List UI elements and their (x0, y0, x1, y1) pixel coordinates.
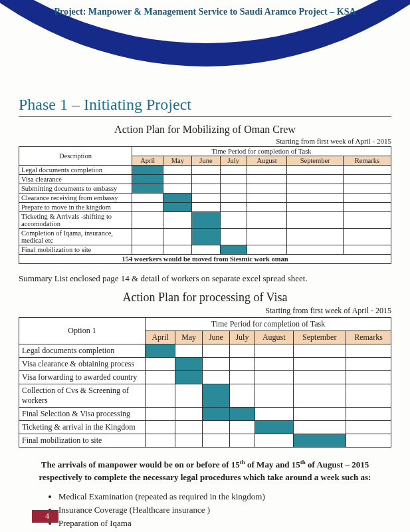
gantt-cell (247, 203, 287, 212)
month-header: Remarks (346, 331, 391, 344)
gantt-cell (220, 212, 247, 229)
gantt-cell (132, 212, 163, 229)
gantt-cell (287, 175, 343, 184)
month-header: May (175, 331, 203, 344)
gantt-cell (346, 421, 391, 434)
gantt-cell (229, 358, 255, 371)
month-header: June (192, 156, 221, 166)
gantt-cell (346, 358, 391, 371)
table-row: Legal documents completion (19, 166, 391, 175)
gantt-cell (220, 175, 247, 184)
gantt-cell (346, 371, 391, 384)
gantt-cell (163, 184, 192, 194)
month-header: August (247, 156, 287, 166)
table2-startnote: Starting from first week of April - 2015 (19, 306, 391, 316)
header-band: Project: Manpower & Management Service t… (0, 0, 410, 93)
gantt-cell (203, 358, 230, 371)
gantt-cell (255, 344, 294, 358)
table-row: Completion of Iqama, insurance, medical … (19, 229, 391, 245)
gantt-cell (287, 245, 343, 255)
table-row: Clearance receiving from embassy (19, 194, 391, 203)
gantt-cell (175, 344, 203, 358)
gantt-cell (146, 421, 175, 434)
table1-period-header: Time Period for completion of Task (132, 147, 391, 156)
gantt-cell (175, 358, 203, 371)
gantt-cell (175, 384, 203, 408)
task-label: Collection of Cvs & Screening of workers (19, 384, 146, 408)
gantt-cell (192, 194, 221, 203)
gantt-cell (163, 175, 192, 184)
table-row: Final mobilization to site (19, 245, 391, 255)
gantt-cell (247, 175, 287, 184)
table2: Option 1 Time Period for completion of T… (19, 317, 391, 448)
table-row: Legal documents completion (19, 344, 391, 358)
task-label: Ticketing & Arrivals -shifting to accomo… (19, 212, 132, 229)
table-row: Visa clearance (19, 175, 391, 184)
gantt-cell (293, 344, 346, 358)
month-header: June (203, 331, 230, 344)
gantt-cell (192, 203, 221, 212)
month-header: April (132, 156, 163, 166)
page-content: Phase 1 – Initiating Project Action Plan… (0, 96, 410, 529)
table1-footer: 154 woerkers would be moved from Siesmic… (19, 255, 391, 264)
gantt-cell (132, 229, 163, 245)
list-item: Medical Examination (repeated as require… (58, 491, 391, 502)
gantt-cell (229, 421, 255, 434)
gantt-cell (175, 421, 203, 434)
gantt-cell (247, 166, 287, 175)
gantt-cell (255, 384, 294, 408)
gantt-cell (346, 384, 391, 408)
gantt-cell (203, 344, 230, 358)
gantt-cell (132, 245, 163, 255)
month-header: Remarks (343, 156, 391, 166)
bullet-list: Medical Examination (repeated as require… (58, 491, 391, 529)
gantt-cell (343, 166, 391, 175)
table-row: Final Selection & Visa processing (19, 408, 391, 421)
gantt-cell (203, 371, 230, 384)
gantt-cell (343, 203, 391, 212)
table1: Description Time Period for completion o… (19, 146, 391, 264)
gantt-cell (175, 371, 203, 384)
table2-title: Action Plan for processing of Visa (19, 291, 391, 305)
gantt-cell (287, 166, 343, 175)
gantt-cell (132, 184, 163, 194)
gantt-cell (203, 384, 230, 408)
gantt-cell (220, 166, 247, 175)
gantt-cell (293, 434, 346, 448)
gantt-cell (132, 194, 163, 203)
list-item: Insurance Coverage (Healthcare insurance… (58, 505, 391, 515)
gantt-cell (146, 384, 175, 408)
gantt-cell (255, 371, 294, 384)
gantt-cell (229, 344, 255, 358)
gantt-cell (192, 212, 221, 229)
gantt-cell (343, 229, 391, 245)
gantt-cell (247, 245, 287, 255)
table-row: Final mobilization to site (19, 434, 391, 448)
task-label: Clearance receiving from embassy (19, 194, 132, 203)
gantt-cell (192, 229, 221, 245)
gantt-cell (220, 194, 247, 203)
gantt-cell (203, 421, 230, 434)
task-label: Completion of Iqama, insurance, medical … (19, 229, 132, 245)
table-row: Prepare to move in the kingdom (19, 203, 391, 212)
month-header: September (293, 331, 346, 344)
month-header: September (287, 156, 343, 166)
table2-period-header: Time Period for completion of Task (146, 318, 391, 331)
gantt-cell (203, 408, 230, 421)
gantt-cell (132, 203, 163, 212)
gantt-cell (346, 344, 391, 358)
gantt-cell (175, 408, 203, 421)
gantt-cell (293, 358, 346, 371)
gantt-cell (293, 384, 346, 408)
table1-desc-header: Description (19, 147, 132, 166)
table1-title: Action Plan for Mobilizing of Oman Crew (19, 124, 391, 136)
gantt-cell (192, 175, 221, 184)
table1-startnote: Starting from first week of April - 2015 (19, 137, 391, 145)
task-label: Visa clearance (19, 175, 132, 184)
gantt-cell (287, 184, 343, 194)
gantt-cell (163, 166, 192, 175)
table-row: Visa clearance & obtaining process (19, 358, 391, 371)
gantt-cell (203, 434, 230, 448)
project-title: Project: Manpower & Management Service t… (0, 7, 410, 17)
task-label: Visa forwarding to awarded country (19, 371, 146, 384)
